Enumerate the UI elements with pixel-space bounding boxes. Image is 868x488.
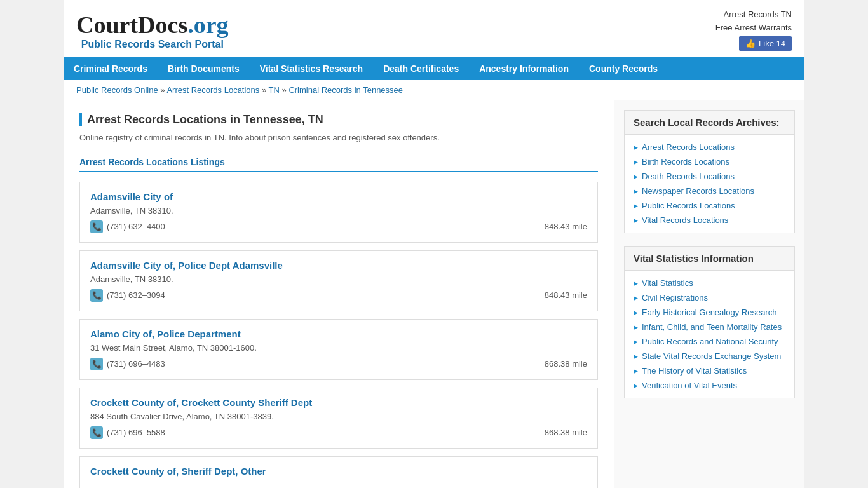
record-card: Adamsville City of, Police Dept Adamsvil… bbox=[79, 250, 598, 311]
vital-statistics-link[interactable]: Early Historical Genealogy Research bbox=[642, 308, 776, 317]
list-item: Early Historical Genealogy Research bbox=[625, 305, 794, 320]
thumbs-up-icon: 👍 bbox=[745, 39, 756, 48]
vital-statistics-link[interactable]: The History of Vital Statistics bbox=[642, 366, 747, 376]
vital-statistics-link[interactable]: Verification of Vital Events bbox=[642, 381, 737, 390]
list-item: Birth Records Locations bbox=[625, 154, 794, 169]
list-item: The History of Vital Statistics bbox=[625, 363, 794, 378]
record-name-link[interactable]: Adamsville City of bbox=[90, 191, 173, 202]
main-navigation: Criminal Records Birth Documents Vital S… bbox=[64, 57, 804, 80]
list-item: Vital Records Locations bbox=[625, 213, 794, 227]
record-phone-number: (731) 632–4400 bbox=[107, 222, 165, 231]
nav-death-certificates[interactable]: Death Certificates bbox=[373, 57, 469, 80]
local-records-link[interactable]: Arrest Records Locations bbox=[642, 142, 735, 152]
record-card: Adamsville City of Adamsville, TN 38310.… bbox=[79, 182, 598, 243]
list-item: Infant, Child, and Teen Mortality Rates bbox=[625, 320, 794, 334]
record-phone-number: (731) 696–4483 bbox=[107, 359, 165, 369]
breadcrumb-link-public-records-online[interactable]: Public Records Online bbox=[76, 85, 158, 95]
sidebar: Search Local Records Archives: Arrest Re… bbox=[614, 100, 804, 488]
vital-statistics-link[interactable]: Infant, Child, and Teen Mortality Rates bbox=[642, 322, 782, 332]
site-logo[interactable]: CourtDocs.org bbox=[76, 11, 229, 39]
listings-header: Arrest Records Locations Listings bbox=[79, 157, 598, 172]
arrest-records-link[interactable]: Arrest Records TN bbox=[724, 10, 792, 19]
record-name-link[interactable]: Alamo City of, Police Department bbox=[90, 329, 241, 339]
list-item: Public Records Locations bbox=[625, 198, 794, 213]
record-address: Adamsville, TN 38310. bbox=[90, 206, 587, 215]
record-address: Adamsville, TN 38310. bbox=[90, 274, 587, 284]
record-address: 31 West Main Street, Alamo, TN 38001-160… bbox=[90, 343, 587, 353]
header-right: Arrest Records TN Free Arrest Warrants 👍… bbox=[715, 10, 792, 51]
nav-county-records[interactable]: County Records bbox=[579, 57, 668, 80]
local-records-link[interactable]: Public Records Locations bbox=[642, 201, 735, 210]
breadcrumb-sep: » bbox=[262, 85, 269, 95]
record-card: Alamo City of, Police Department 31 West… bbox=[79, 319, 598, 380]
record-address: 884 South Cavalier Drive, Alamo, TN 3800… bbox=[90, 412, 587, 421]
breadcrumb-link-criminal-records-tennessee[interactable]: Criminal Records in Tennessee bbox=[288, 85, 403, 95]
local-records-link[interactable]: Death Records Locations bbox=[642, 172, 735, 181]
list-item: Arrest Records Locations bbox=[625, 140, 794, 154]
breadcrumb-link-arrest-records-locations[interactable]: Arrest Records Locations bbox=[166, 85, 259, 95]
list-item: Public Records and National Security bbox=[625, 334, 794, 349]
vital-statistics-link[interactable]: Civil Registrations bbox=[642, 293, 708, 302]
page-description: Online registry of criminal records in T… bbox=[79, 132, 598, 144]
phone-icon: 📞 bbox=[90, 220, 103, 233]
local-records-link[interactable]: Birth Records Locations bbox=[642, 157, 729, 166]
nav-criminal-records[interactable]: Criminal Records bbox=[64, 57, 158, 80]
breadcrumb-sep: » bbox=[160, 85, 166, 95]
list-item: State Vital Records Exchange System bbox=[625, 349, 794, 363]
record-card: Crockett County of, Sheriff Dept, Other bbox=[79, 456, 598, 489]
local-records-list: Arrest Records Locations Birth Records L… bbox=[625, 135, 794, 233]
record-card: Crockett County of, Crockett County Sher… bbox=[79, 388, 598, 449]
record-distance: 848.43 mile bbox=[545, 290, 587, 300]
list-item: Civil Registrations bbox=[625, 290, 794, 305]
list-item: Death Records Locations bbox=[625, 169, 794, 184]
record-distance: 868.38 mile bbox=[545, 428, 587, 437]
breadcrumb-sep: » bbox=[282, 85, 289, 95]
vital-statistics-link[interactable]: Vital Statistics bbox=[642, 278, 693, 288]
breadcrumb: Public Records Online » Arrest Records L… bbox=[64, 80, 804, 100]
record-name-link[interactable]: Crockett County of, Crockett County Sher… bbox=[90, 397, 312, 408]
vital-statistics-link[interactable]: Public Records and National Security bbox=[642, 337, 778, 346]
vital-statistics-box: Vital Statistics Information Vital Stati… bbox=[624, 246, 795, 398]
record-name-link[interactable]: Crockett County of, Sheriff Dept, Other bbox=[90, 466, 266, 477]
vital-statistics-link[interactable]: State Vital Records Exchange System bbox=[642, 351, 781, 361]
phone-icon: 📞 bbox=[90, 358, 103, 370]
list-item: Verification of Vital Events bbox=[625, 378, 794, 393]
record-phone-number: (731) 696–5588 bbox=[107, 428, 165, 437]
nav-ancestry-information[interactable]: Ancestry Information bbox=[469, 57, 579, 80]
local-records-box: Search Local Records Archives: Arrest Re… bbox=[624, 110, 795, 233]
list-item: Newspaper Records Locations bbox=[625, 184, 794, 198]
page-title: Arrest Records Locations in Tennessee, T… bbox=[79, 113, 598, 126]
vital-statistics-title: Vital Statistics Information bbox=[625, 247, 794, 271]
free-warrants-link[interactable]: Free Arrest Warrants bbox=[715, 23, 792, 32]
list-item: Vital Statistics bbox=[625, 276, 794, 290]
record-distance: 848.43 mile bbox=[545, 222, 587, 231]
local-records-link[interactable]: Vital Records Locations bbox=[642, 215, 728, 225]
record-name-link[interactable]: Adamsville City of, Police Dept Adamsvil… bbox=[90, 260, 283, 271]
nav-birth-documents[interactable]: Birth Documents bbox=[158, 57, 250, 80]
local-records-title: Search Local Records Archives: bbox=[625, 111, 794, 135]
local-records-link[interactable]: Newspaper Records Locations bbox=[642, 186, 754, 196]
breadcrumb-link-tn[interactable]: TN bbox=[269, 85, 280, 95]
phone-icon: 📞 bbox=[90, 289, 103, 302]
logo-area: CourtDocs.org Public Records Search Port… bbox=[76, 11, 229, 50]
vital-statistics-list: Vital Statistics Civil Registrations Ear… bbox=[625, 271, 794, 398]
record-phone-number: (731) 632–3094 bbox=[107, 290, 165, 300]
facebook-like-button[interactable]: 👍 Like 14 bbox=[739, 36, 792, 51]
logo-subtitle: Public Records Search Portal bbox=[76, 39, 229, 50]
like-count-label: Like 14 bbox=[759, 39, 785, 48]
record-distance: 868.38 mile bbox=[545, 359, 587, 369]
nav-vital-statistics[interactable]: Vital Statistics Research bbox=[250, 57, 373, 80]
phone-icon: 📞 bbox=[90, 426, 103, 439]
